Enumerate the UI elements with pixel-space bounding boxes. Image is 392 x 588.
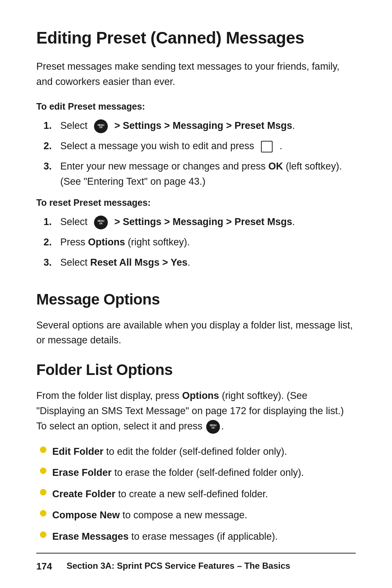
bullet-dot-4 <box>40 510 46 516</box>
bullet-3-content: Create Folder to create a new self-defin… <box>52 487 356 502</box>
edit-steps-list: 1. Select MENU OK > Settings > Messaging… <box>44 118 356 189</box>
reset-section-label: To reset Preset messages: <box>36 196 356 210</box>
reset-step-2-num: 2. <box>44 235 60 250</box>
reset-step-3: 3. Select Reset All Msgs > Yes. <box>44 255 356 270</box>
reset-step-3-content: Select Reset All Msgs > Yes. <box>60 255 356 270</box>
bullet-4-content: Compose New to compose a new message. <box>52 508 356 523</box>
bullet-dot-1 <box>40 446 46 453</box>
reset-step-2: 2. Press Options (right softkey). <box>44 235 356 250</box>
reset-step-1-content: Select MENU OK > Settings > Messaging > … <box>60 215 356 230</box>
menu-icon-1: MENU OK <box>94 119 108 133</box>
step-3-num: 3. <box>44 159 60 174</box>
step-2-content: Select a message you wish to edit and pr… <box>60 139 356 154</box>
bullet-dot-5 <box>40 531 46 538</box>
page-title-3: Folder List Options <box>36 358 356 381</box>
bullet-3-bold: Create Folder <box>52 489 115 499</box>
footer-page-number: 174 <box>36 559 52 573</box>
step-3-content: Enter your new message or changes and pr… <box>60 159 356 189</box>
bullet-5-content: Erase Messages to erase messages (if app… <box>52 529 356 544</box>
reset-step-1-path: > Settings > Messaging > Preset Msgs <box>114 216 292 227</box>
reset-step-3-action: Reset All Msgs > Yes <box>90 257 188 268</box>
step-1-content: Select MENU OK > Settings > Messaging > … <box>60 118 356 134</box>
bullet-dot-2 <box>40 467 46 474</box>
bullet-5-bold: Erase Messages <box>52 531 128 542</box>
step-1-path: > Settings > Messaging > Preset Msgs <box>114 120 292 131</box>
reset-step-1: 1. Select MENU OK > Settings > Messaging… <box>44 215 356 230</box>
bullet-item-5: Erase Messages to erase messages (if app… <box>40 529 356 544</box>
folder-options-bold: Options <box>182 390 219 401</box>
menu-icon-3: MENU OK <box>206 420 220 434</box>
intro-paragraph: Preset messages make sending text messag… <box>36 59 356 90</box>
bullet-dot-3 <box>40 489 46 495</box>
bullet-item-4: Compose New to compose a new message. <box>40 508 356 523</box>
bullet-4-bold: Compose New <box>52 510 120 520</box>
bullet-1-bold: Edit Folder <box>52 446 103 457</box>
message-options-text: Several options are available when you d… <box>36 318 356 348</box>
step-1-num: 1. <box>44 118 60 134</box>
bullet-1-content: Edit Folder to edit the folder (self-def… <box>52 444 356 459</box>
bullet-2-bold: Erase Folder <box>52 467 112 478</box>
edit-step-1: 1. Select MENU OK > Settings > Messaging… <box>44 118 356 134</box>
ok-icon-1 <box>261 141 273 152</box>
reset-step-2-options: Options <box>88 237 125 248</box>
page-content: Editing Preset (Canned) Messages Preset … <box>36 25 356 544</box>
page-title-2: Message Options <box>36 288 356 311</box>
footer-section-label: Section 3A: Sprint PCS Service Features … <box>66 559 290 573</box>
page-footer: 174 Section 3A: Sprint PCS Service Featu… <box>36 553 356 573</box>
reset-step-1-num: 1. <box>44 215 60 230</box>
edit-section-label: To edit Preset messages: <box>36 100 356 114</box>
bullet-item-2: Erase Folder to erase the folder (self-d… <box>40 465 356 480</box>
folder-list-text: From the folder list display, press Opti… <box>36 388 356 434</box>
edit-step-2: 2. Select a message you wish to edit and… <box>44 139 356 154</box>
bullet-item-3: Create Folder to create a new self-defin… <box>40 487 356 502</box>
edit-step-3: 3. Enter your new message or changes and… <box>44 159 356 189</box>
step-2-num: 2. <box>44 139 60 154</box>
page-title-1: Editing Preset (Canned) Messages <box>36 25 356 50</box>
reset-step-3-num: 3. <box>44 255 60 270</box>
folder-options-list: Edit Folder to edit the folder (self-def… <box>40 444 356 544</box>
reset-step-2-content: Press Options (right softkey). <box>60 235 356 250</box>
bullet-item-1: Edit Folder to edit the folder (self-def… <box>40 444 356 459</box>
reset-steps-list: 1. Select MENU OK > Settings > Messaging… <box>44 215 356 270</box>
menu-icon-2: MENU OK <box>94 216 108 229</box>
step-3-ok: OK <box>268 161 283 172</box>
bullet-2-content: Erase Folder to erase the folder (self-d… <box>52 465 356 480</box>
